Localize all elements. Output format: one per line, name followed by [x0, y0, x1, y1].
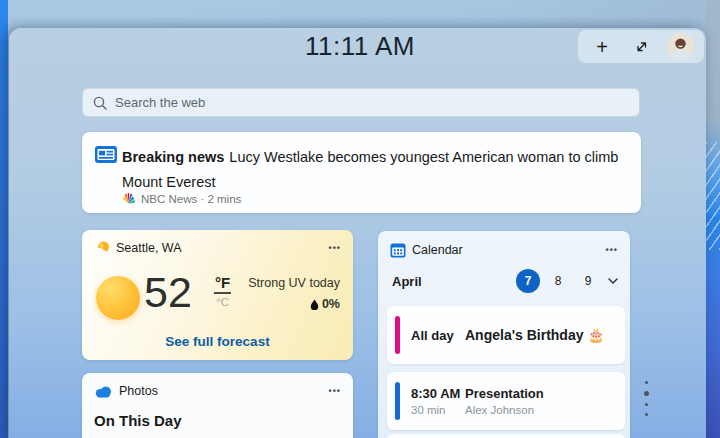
event-person: Alex Johnson: [465, 404, 544, 416]
weather-widget[interactable]: Seattle, WA ••• 52 °F °C Strong UV today…: [82, 230, 353, 360]
profile-button[interactable]: [665, 32, 695, 62]
weather-header: Seattle, WA •••: [94, 241, 341, 255]
calendar-event-partial[interactable]: [387, 434, 625, 438]
photos-title: Photos: [119, 384, 158, 398]
see-full-forecast-link[interactable]: See full forecast: [82, 334, 353, 349]
event-time-label: All day: [411, 328, 465, 343]
source-line: NBC News · 2 mins: [141, 193, 241, 205]
expand-icon: [634, 39, 649, 54]
calendar-widget[interactable]: Calendar ••• April 7 8 9 All day Angela'…: [378, 231, 630, 438]
avatar: [667, 33, 694, 60]
avatar-image: [667, 33, 694, 60]
weather-condition: Strong UV today: [248, 276, 340, 290]
scroll-dot: [645, 403, 648, 406]
weather-details: Strong UV today 0%: [248, 276, 340, 311]
event-time: 8:30 AM 30 min: [411, 386, 465, 416]
more-options-icon[interactable]: •••: [606, 245, 618, 255]
panel-toolbar: +: [578, 30, 704, 63]
event-color-bar: [395, 316, 400, 354]
breaking-news-label: Breaking news: [122, 149, 224, 165]
fahrenheit-label[interactable]: °F: [214, 274, 231, 294]
web-search-bar[interactable]: [82, 88, 640, 117]
event-time-label: 8:30 AM: [411, 386, 465, 401]
event-title: Angela's Birthday 🎂: [465, 327, 605, 343]
calendar-event-presentation[interactable]: 8:30 AM 30 min Presentation Alex Johnson: [387, 372, 625, 430]
droplet-icon: [310, 299, 319, 310]
calendar-event-birthday[interactable]: All day Angela's Birthday 🎂: [387, 306, 625, 364]
widgets-board: 11:11 AM +: [0, 0, 720, 438]
precipitation: 0%: [248, 297, 340, 311]
search-input[interactable]: [115, 95, 629, 110]
temperature-unit-toggle[interactable]: °F °C: [214, 274, 231, 308]
scroll-dot: [645, 381, 648, 384]
on-this-day-heading: On This Day: [94, 412, 182, 429]
feed-scrollbar[interactable]: [642, 381, 650, 416]
add-widget-button[interactable]: +: [587, 32, 617, 62]
photos-widget[interactable]: Photos ••• On This Day: [82, 373, 353, 438]
calendar-date-row: April 7 8 9: [392, 268, 619, 294]
photos-header: Photos •••: [94, 384, 341, 398]
calendar-title: Calendar: [412, 243, 463, 257]
calendar-expand-button[interactable]: [607, 275, 619, 287]
more-options-icon[interactable]: •••: [329, 243, 341, 253]
news-card[interactable]: Breaking newsLucy Westlake becomes young…: [82, 132, 641, 213]
event-color-bar: [395, 382, 400, 420]
event-duration: 30 min: [411, 404, 465, 416]
event-details: Presentation Alex Johnson: [465, 386, 544, 416]
date-cell-7[interactable]: 7: [516, 269, 540, 293]
temperature-value: 52: [144, 268, 192, 317]
scroll-dot-current: [644, 391, 649, 396]
scroll-dot: [645, 413, 648, 416]
sunny-condition-icon: [96, 276, 140, 320]
sun-cloud-icon: [94, 241, 110, 255]
event-time: All day: [411, 328, 465, 343]
date-cell-8[interactable]: 8: [546, 269, 570, 293]
nbc-peacock-icon: [122, 193, 135, 205]
celsius-label[interactable]: °C: [214, 296, 231, 308]
date-cell-9[interactable]: 9: [576, 269, 600, 293]
cloud-icon: [94, 385, 113, 398]
month-label: April: [392, 274, 422, 289]
news-source: NBC News · 2 mins: [122, 193, 241, 205]
wallpaper-bloom-streaks: [706, 142, 720, 250]
event-title: Presentation: [465, 386, 544, 401]
precipitation-value: 0%: [322, 297, 340, 311]
wallpaper-left-strip: [0, 0, 8, 438]
weather-location: Seattle, WA: [116, 241, 182, 255]
event-details: Angela's Birthday 🎂: [465, 327, 605, 343]
calendar-header: Calendar •••: [390, 242, 618, 258]
search-icon: [93, 96, 107, 110]
news-headline: Breaking newsLucy Westlake becomes young…: [122, 145, 622, 195]
more-options-icon[interactable]: •••: [329, 386, 341, 396]
news-icon: [95, 146, 117, 163]
chevron-down-icon: [607, 275, 619, 287]
plus-icon: +: [596, 37, 608, 57]
calendar-icon: [390, 242, 406, 258]
expand-button[interactable]: [626, 32, 656, 62]
